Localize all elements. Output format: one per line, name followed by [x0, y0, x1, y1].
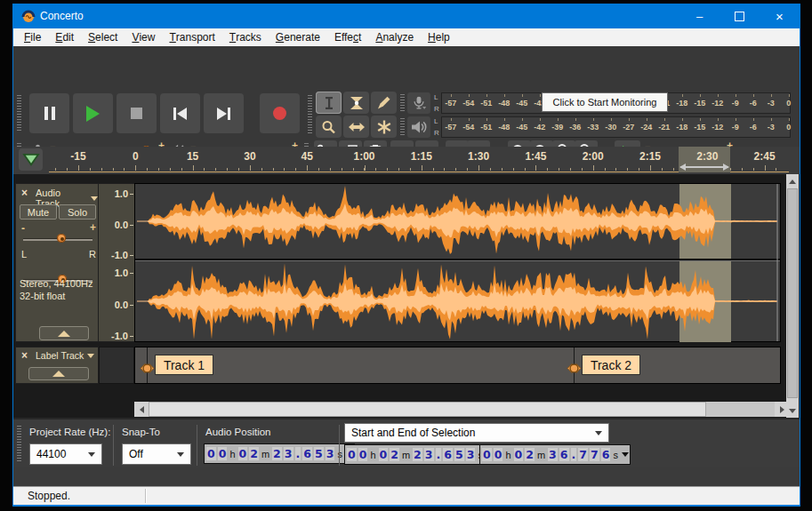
menu-effect[interactable]: Effect: [327, 28, 368, 46]
selection-end-field[interactable]: 00h02m36.776s: [479, 444, 631, 465]
timefield-digit[interactable]: .: [295, 447, 301, 460]
playback-meter-scale[interactable]: -57-54-51-48-45-42-39-36-33-30-27-24-21-…: [441, 116, 791, 138]
tools-toolbar-grip[interactable]: [307, 92, 313, 138]
menu-edit[interactable]: Edit: [48, 28, 81, 46]
timefield-digit[interactable]: h: [228, 449, 237, 459]
vertical-ruler[interactable]: 1.0 0.0 -1.0 1.0 0.0 -1.0: [99, 183, 134, 342]
mute-button[interactable]: Mute: [20, 204, 57, 220]
label-track-lane[interactable]: Track 1Track 2: [134, 347, 781, 384]
recording-meter-mic-button[interactable]: [407, 92, 430, 114]
timefield-digit[interactable]: m: [535, 450, 547, 460]
stop-button[interactable]: [117, 93, 157, 133]
timefield-digit[interactable]: 6: [559, 448, 569, 461]
label-chip[interactable]: Track 2: [582, 355, 640, 375]
timefield-digit[interactable]: 0: [358, 448, 368, 461]
close-track-icon[interactable]: ×: [21, 350, 28, 361]
collapse-track-button[interactable]: [28, 367, 89, 380]
timefield-digit[interactable]: 7: [590, 448, 599, 461]
solo-button[interactable]: Solo: [59, 204, 96, 220]
waveform-channel-left[interactable]: [135, 184, 780, 260]
timefield-digit[interactable]: 6: [443, 448, 453, 461]
timefield-digit[interactable]: 2: [413, 448, 422, 461]
timefield-digit[interactable]: 0: [494, 448, 503, 461]
minimize-button[interactable]: –: [679, 4, 720, 28]
timefield-dropdown-icon[interactable]: [622, 452, 629, 457]
timefield-digit[interactable]: 0: [482, 448, 492, 461]
timeshift-tool-button[interactable]: [343, 116, 369, 138]
selection-mode-dropdown[interactable]: Start and End of Selection: [344, 423, 609, 443]
timefield-digit[interactable]: 0: [514, 448, 524, 461]
project-rate-dropdown[interactable]: 44100: [29, 443, 102, 465]
timefield-digit[interactable]: 2: [525, 448, 535, 461]
menu-generate[interactable]: Generate: [269, 28, 327, 46]
audio-position-field[interactable]: 00h02m23.653s: [204, 443, 355, 464]
horizontal-scrollbar-thumb[interactable]: [149, 402, 706, 417]
menu-transport[interactable]: Transport: [162, 28, 221, 46]
timefield-digit[interactable]: 3: [424, 448, 434, 461]
timefield-digit[interactable]: 5: [454, 448, 464, 461]
timefield-digit[interactable]: 2: [272, 447, 282, 460]
timefield-digit[interactable]: h: [503, 450, 512, 460]
menu-analyze[interactable]: Analyze: [368, 28, 421, 46]
gain-slider[interactable]: [23, 233, 92, 245]
label-marker-icon[interactable]: [140, 362, 155, 379]
timefield-digit[interactable]: 0: [347, 448, 357, 461]
skip-to-start-button[interactable]: [160, 93, 200, 133]
menu-select[interactable]: Select: [81, 28, 125, 46]
timefield-digit[interactable]: .: [436, 448, 442, 461]
label-marker-icon[interactable]: [567, 362, 582, 379]
label-track-name-dropdown[interactable]: Label Track: [36, 350, 94, 361]
timefield-digit[interactable]: 3: [326, 447, 335, 460]
horizontal-scrollbar[interactable]: [134, 402, 789, 417]
vertical-scrollbar-thumb[interactable]: [787, 188, 798, 398]
timefield-digit[interactable]: 5: [314, 447, 324, 460]
timefield-digit[interactable]: 0: [218, 447, 228, 460]
transport-toolbar-grip[interactable]: [16, 92, 22, 134]
scroll-up-icon[interactable]: [786, 176, 799, 187]
menu-file[interactable]: File: [17, 28, 48, 46]
close-button[interactable]: ×: [760, 4, 800, 28]
timefield-digit[interactable]: 3: [466, 448, 476, 461]
close-track-icon[interactable]: ×: [21, 188, 28, 198]
timefield-digit[interactable]: h: [368, 450, 377, 460]
collapse-track-button[interactable]: [39, 326, 89, 340]
record-button[interactable]: [260, 93, 300, 133]
waveform-channel-right[interactable]: [135, 260, 780, 342]
timefield-digit[interactable]: m: [260, 449, 271, 459]
multi-tool-button[interactable]: [371, 116, 397, 138]
selection-toolbar-grip[interactable]: [16, 423, 22, 466]
gain-thumb[interactable]: [57, 234, 66, 243]
label-chip[interactable]: Track 1: [155, 355, 213, 375]
playback-meter-speaker-button[interactable]: [407, 116, 430, 138]
timefield-digit[interactable]: m: [400, 450, 412, 460]
timefield-digit[interactable]: 6: [601, 448, 611, 461]
zoom-tool-button[interactable]: [316, 116, 342, 138]
menu-help[interactable]: Help: [421, 28, 457, 46]
snap-to-dropdown[interactable]: Off: [122, 443, 191, 465]
title-bar[interactable]: Concerto – ×: [13, 4, 800, 28]
scroll-left-icon[interactable]: [134, 402, 149, 417]
menu-tracks[interactable]: Tracks: [222, 28, 269, 46]
playback-meter-grip[interactable]: [399, 116, 406, 139]
timefield-digit[interactable]: 7: [578, 448, 588, 461]
label-track-control-panel[interactable]: × Label Track: [15, 347, 99, 384]
timefield-digit[interactable]: 6: [302, 447, 312, 460]
timeline-ruler[interactable]: -1501530451:001:151:301:452:002:152:302:…: [13, 147, 800, 175]
play-button[interactable]: [73, 93, 113, 133]
timefield-digit[interactable]: 0: [206, 447, 216, 460]
vertical-scrollbar[interactable]: [786, 174, 799, 418]
timefield-digit[interactable]: 3: [284, 447, 293, 460]
selection-start-field[interactable]: 00h02m23.653s: [344, 444, 495, 465]
timefield-digit[interactable]: 2: [249, 447, 259, 460]
timefield-digit[interactable]: 3: [548, 448, 558, 461]
recording-meter-grip[interactable]: [399, 92, 406, 115]
timefield-digit[interactable]: s: [335, 449, 344, 459]
envelope-tool-button[interactable]: [343, 92, 369, 114]
maximize-button[interactable]: [720, 4, 760, 28]
draw-tool-button[interactable]: [371, 92, 397, 114]
waveform-display[interactable]: [134, 183, 781, 342]
selection-tool-button[interactable]: [316, 92, 342, 114]
menu-view[interactable]: View: [125, 28, 162, 46]
skip-to-end-button[interactable]: [204, 93, 244, 133]
timefield-digit[interactable]: .: [571, 448, 577, 461]
